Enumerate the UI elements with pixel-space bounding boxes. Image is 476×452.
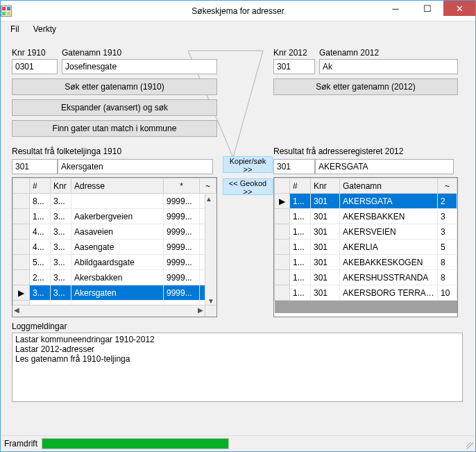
cell-adresse: Abildgaardsgate	[71, 255, 164, 270]
svg-line-2	[233, 51, 263, 158]
cell-knr: 3...	[51, 194, 71, 209]
gate2012-input[interactable]	[319, 59, 458, 74]
cell-gatenamn: AKERSGATA	[340, 194, 438, 209]
close-button[interactable]: ✕	[443, 1, 475, 16]
cell-knr: 301	[311, 255, 340, 270]
cell-knr: 3...	[51, 224, 71, 240]
cell-num: 2...	[30, 270, 51, 285]
find-nomatch-button[interactable]: Finn gater utan match i kommune	[12, 120, 217, 137]
log-label: Loggmeldingar	[12, 321, 463, 331]
scroll-up-icon: ▲	[205, 196, 212, 203]
table-row[interactable]: 1...301AKERSBORG TERRASSE10	[275, 285, 457, 301]
left-pane: Knr 1910 Gatenamn 1910 Søk etter gatenam…	[12, 48, 217, 317]
expand-search-button[interactable]: Ekspander (avansert) og søk	[12, 99, 217, 116]
minimize-button[interactable]: ─	[380, 1, 411, 16]
row-header	[275, 209, 290, 224]
cell-gatenamn: AKERSBORG TERRASSE	[340, 285, 438, 301]
row-header	[13, 255, 30, 270]
cell-gatenamn: AKEBAKKESKOGEN	[340, 255, 438, 270]
cell-knr: 301	[311, 285, 340, 301]
cell-num: 4...	[30, 224, 51, 240]
result-1910-table[interactable]: # Knr Adresse * ~ 8...3...9999...01...3.…	[12, 177, 217, 317]
progress-label: Framdrift	[4, 439, 37, 449]
col-tilde[interactable]: ~	[200, 178, 216, 194]
result-1910-gate[interactable]	[58, 159, 213, 174]
cell-star: 9999...	[164, 240, 200, 255]
row-header	[13, 209, 30, 224]
row-header	[13, 194, 30, 209]
table-row[interactable]: 4...3...Aasengate9999...0	[13, 240, 216, 255]
table-row[interactable]: 5...3...Abildgaardsgate9999...0	[13, 255, 216, 270]
close-icon: ✕	[456, 3, 464, 14]
cell-num: 4...	[30, 240, 51, 255]
row-header	[13, 270, 30, 285]
geokod-button[interactable]: << Geokod >>	[223, 178, 273, 195]
cell-knr: 301	[311, 270, 340, 285]
row-header	[13, 240, 30, 255]
cell-star: 9999...	[164, 194, 200, 209]
cell-star: 9999...	[164, 270, 200, 285]
cell-tilde: 5	[438, 240, 457, 255]
result-2012-knr[interactable]	[273, 159, 315, 174]
search-1910-button[interactable]: Søk etter gatenamn (1910)	[12, 78, 217, 95]
cell-gatenamn: AKERLIA	[340, 240, 438, 255]
menu-bar: Fil Verkty	[1, 22, 475, 37]
table-row[interactable]: 1...3...Aakerbergveien9999...0	[13, 209, 216, 224]
right-pane: Knr 2012 Gatenamn 2012 Søk etter gatenam…	[273, 48, 458, 317]
table-row[interactable]: 1...301AKEBAKKESKOGEN8	[275, 255, 457, 270]
col-tilde-2[interactable]: ~	[438, 178, 457, 194]
copy-search-button[interactable]: Kopier/søk >>	[223, 156, 273, 173]
cell-gatenamn: AKERSBAKKEN	[340, 209, 438, 224]
result-2012-table[interactable]: # Knr Gatenamn ~ ▶1...301AKERSGATA21...3…	[273, 177, 458, 317]
cell-tilde: 10	[438, 285, 457, 301]
log-textarea[interactable]	[12, 333, 463, 402]
gate1910-input[interactable]	[62, 59, 217, 74]
maximize-button[interactable]: ☐	[411, 1, 443, 16]
table-row[interactable]: ▶3...3...Akersgaten9999...0	[13, 285, 216, 301]
table-row[interactable]: ▶1...301AKERSGATA2	[275, 194, 457, 209]
gate2012-label: Gatenamn 2012	[319, 48, 458, 58]
cell-num: 1...	[290, 194, 311, 209]
table-row[interactable]: 4...3...Aasaveien9999...0	[13, 224, 216, 240]
cell-gatenamn: AKERSHUSSTRANDA	[340, 270, 438, 285]
table-row[interactable]: 2...3...Akersbakken9999...0	[13, 270, 216, 285]
col-num[interactable]: #	[30, 178, 51, 194]
resize-grip[interactable]	[465, 441, 473, 449]
col-gatenamn[interactable]: Gatenamn	[340, 178, 438, 194]
cell-tilde: 8	[438, 255, 457, 270]
knr2012-input[interactable]	[273, 59, 315, 74]
horizontal-scrollbar[interactable]: ◀ ▶	[12, 305, 205, 317]
table-row[interactable]: 1...301AKERSHUSSTRANDA8	[275, 270, 457, 285]
title-bar[interactable]: Søkeskjema for adresser ─ ☐ ✕	[1, 1, 475, 22]
col-knr[interactable]: Knr	[51, 178, 71, 194]
result-2012-gate[interactable]	[315, 159, 454, 174]
vertical-scrollbar[interactable]: ▲ ▼	[205, 194, 216, 305]
table-row[interactable]: 1...301AKERSBAKKEN3	[275, 209, 457, 224]
table-row[interactable]: 1...301AKERLIA5	[275, 240, 457, 255]
cell-tilde: 3	[438, 209, 457, 224]
row-header: ▶	[13, 285, 30, 301]
col-adresse[interactable]: Adresse	[71, 178, 164, 194]
cell-num: 1...	[290, 209, 311, 224]
row-header	[275, 255, 290, 270]
table-row[interactable]: 8...3...9999...0	[13, 194, 216, 209]
cell-knr: 301	[311, 209, 340, 224]
cell-tilde: 2	[438, 194, 457, 209]
cell-adresse	[71, 194, 164, 209]
cell-num: 1...	[290, 270, 311, 285]
col-knr-2[interactable]: Knr	[311, 178, 340, 194]
knr1910-input[interactable]	[12, 59, 58, 74]
menu-tools[interactable]: Verkty	[28, 23, 62, 35]
cell-tilde: 8	[438, 270, 457, 285]
col-num-2[interactable]: #	[290, 178, 311, 194]
progress-bar	[42, 438, 229, 449]
menu-file[interactable]: Fil	[5, 23, 25, 35]
result-1910-knr[interactable]	[12, 159, 58, 174]
table-row[interactable]: 1...301AKERSVEIEN3	[275, 224, 457, 240]
col-star[interactable]: *	[164, 178, 200, 194]
cell-knr: 3...	[51, 240, 71, 255]
cell-knr: 301	[311, 240, 340, 255]
search-2012-button[interactable]: Søk etter gatenamn (2012)	[273, 78, 458, 95]
cell-tilde: 3	[438, 224, 457, 240]
cell-star: 9999...	[164, 255, 200, 270]
